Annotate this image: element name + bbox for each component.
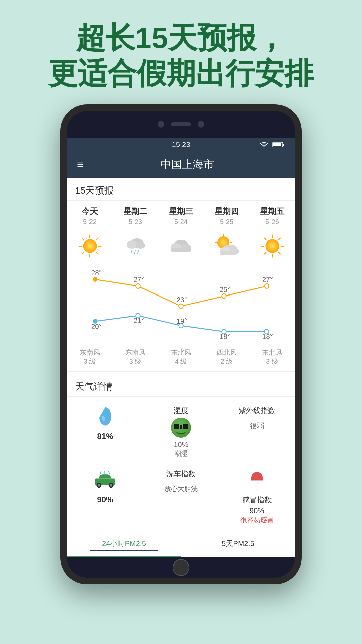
speaker xyxy=(171,122,191,126)
day-name-0: 今天 xyxy=(67,206,113,217)
svg-text:19°: 19° xyxy=(177,317,187,326)
day-name-2: 星期三 xyxy=(158,206,204,217)
day-col-2: 星期三 5-24 xyxy=(158,206,204,266)
details-grid: 81% 湿度 xyxy=(67,397,295,533)
detail-uv: 紫外线指数 很弱 xyxy=(219,400,295,464)
details-section: 天气详情 81% xyxy=(67,374,295,557)
detail-humidity: 81% xyxy=(67,400,143,464)
svg-line-17 xyxy=(138,250,139,253)
svg-rect-2 xyxy=(273,143,281,146)
tab-underline xyxy=(90,550,158,551)
uv-sublabel: 很弱 xyxy=(250,421,264,431)
wind-col-1: 东南风 3 级 xyxy=(113,348,158,366)
cool-emoji-area xyxy=(169,418,193,438)
wind-row: 东南风 3 级 东南风 3 级 东北风 4 级 西北风 2 级 xyxy=(67,344,295,372)
svg-line-10 xyxy=(96,238,98,240)
uv-label: 紫外线指数 xyxy=(239,406,276,416)
svg-text:25°: 25° xyxy=(220,286,230,294)
phone-top xyxy=(67,111,295,138)
details-title: 天气详情 xyxy=(67,374,295,397)
status-time: 15:23 xyxy=(172,140,190,149)
weather-icon-0 xyxy=(67,229,113,263)
phone-body: 15:23 xyxy=(60,104,302,584)
wind-level-0: 3 级 xyxy=(67,357,113,366)
promo-line2: 更适合假期出行安排 xyxy=(0,56,362,91)
svg-line-38 xyxy=(279,238,280,240)
tab-pm25-24h[interactable]: 24小时PM2.5 xyxy=(67,533,181,557)
wind-dir-1: 东南风 xyxy=(113,348,158,357)
forecast-title: 15天预报 xyxy=(67,178,295,201)
weather-icon-1 xyxy=(113,229,158,263)
droplet-icon-area xyxy=(93,406,117,429)
front-camera xyxy=(158,121,164,128)
svg-text:23°: 23° xyxy=(177,296,187,304)
carwash-value: 90% xyxy=(97,495,113,504)
svg-point-40 xyxy=(93,277,97,282)
svg-line-16 xyxy=(134,251,135,254)
wind-dir-3: 西北风 xyxy=(204,348,249,357)
svg-rect-1 xyxy=(283,144,284,146)
svg-line-36 xyxy=(264,238,266,240)
tab-pm25-5d[interactable]: 5天PM2.5 xyxy=(181,533,295,557)
svg-line-15 xyxy=(131,250,132,253)
humidity-sublabel: 潮湿 xyxy=(174,449,188,458)
weather-icon-3 xyxy=(204,229,249,263)
app-header: ≡ 中国上海市 xyxy=(67,151,295,178)
wind-col-2: 东北风 4 级 xyxy=(158,348,204,366)
cool-value: 10% xyxy=(174,440,188,449)
carwash-label: 洗车指数 xyxy=(166,469,196,479)
wind-level-1: 3 级 xyxy=(113,357,158,366)
wind-level-4: 3 级 xyxy=(249,357,295,366)
wind-col-3: 西北风 2 级 xyxy=(204,348,249,366)
wind-col-4: 东北风 3 级 xyxy=(249,348,295,366)
detail-humidity-label: 湿度 xyxy=(143,400,219,464)
day-name-1: 星期二 xyxy=(113,206,158,217)
svg-point-42 xyxy=(179,304,183,309)
day-date-3: 5-25 xyxy=(204,218,249,226)
weather-icon-4 xyxy=(249,229,295,263)
detail-carwash-label: 洗车指数 放心大胆洗 xyxy=(143,464,219,530)
svg-text:21°: 21° xyxy=(134,317,144,325)
day-col-0: 今天 5-22 xyxy=(67,206,113,266)
svg-text:18°: 18° xyxy=(220,333,230,341)
svg-text:20°: 20° xyxy=(91,323,102,331)
sensor xyxy=(198,121,204,128)
svg-point-3 xyxy=(83,239,97,253)
home-button[interactable] xyxy=(173,559,189,576)
svg-point-31 xyxy=(265,239,279,253)
svg-rect-30 xyxy=(220,251,237,255)
camera-area xyxy=(158,121,204,128)
bottom-tabs: 24小时PM2.5 5天PM2.5 xyxy=(67,533,295,557)
svg-line-39 xyxy=(264,252,266,254)
detail-carwash: 90% xyxy=(67,464,143,530)
svg-line-9 xyxy=(96,252,98,254)
status-bar: 15:23 xyxy=(67,138,295,151)
forecast-section: 15天预报 今天 5-22 xyxy=(67,178,295,372)
day-date-0: 5-22 xyxy=(67,218,113,226)
status-icons xyxy=(259,141,285,148)
promo-line1: 超长15天预报， xyxy=(0,20,362,56)
svg-point-13 xyxy=(127,240,137,249)
svg-line-37 xyxy=(279,252,280,254)
svg-point-64 xyxy=(98,484,100,486)
carwash-icon-area xyxy=(93,469,117,492)
day-col-4: 星期五 5-26 xyxy=(249,206,295,266)
wind-dir-0: 东南风 xyxy=(67,348,113,357)
svg-text:27°: 27° xyxy=(134,276,144,284)
svg-point-43 xyxy=(222,294,226,299)
temp-chart: 28° 27° 23° 25° 27° xyxy=(67,266,295,344)
phone-screen: 15:23 xyxy=(67,138,295,557)
wind-dir-2: 东北风 xyxy=(158,348,204,357)
humidity-value: 81% xyxy=(97,432,113,441)
cold-value: 90% xyxy=(250,506,264,515)
battery-icon xyxy=(272,141,285,148)
svg-text:18°: 18° xyxy=(262,333,273,341)
svg-line-11 xyxy=(82,252,84,254)
day-col-1: 星期二 5-23 xyxy=(113,206,158,266)
hamburger-menu[interactable]: ≡ xyxy=(77,159,83,170)
wind-level-2: 4 级 xyxy=(158,357,204,366)
svg-point-14 xyxy=(136,242,145,249)
svg-point-65 xyxy=(110,484,112,486)
cold-sublabel: 很容易感冒 xyxy=(240,515,274,524)
svg-point-44 xyxy=(264,284,269,288)
